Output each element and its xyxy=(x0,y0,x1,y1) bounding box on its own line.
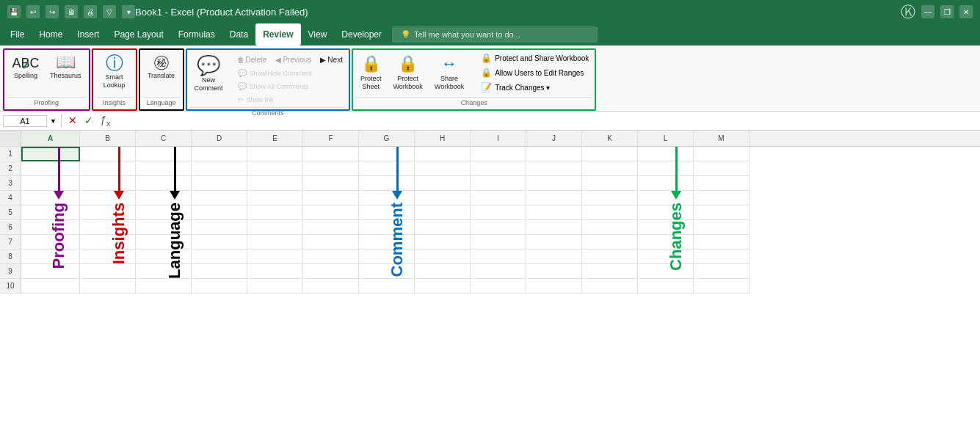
list-item[interactable] xyxy=(21,235,80,249)
insert-function-icon[interactable]: ƒx xyxy=(98,114,113,128)
formula-input[interactable] xyxy=(116,117,977,125)
list-item[interactable] xyxy=(582,220,638,235)
show-ink-button[interactable]: ✏ Show Ink xyxy=(234,93,346,106)
list-item[interactable] xyxy=(582,176,638,191)
menu-page-layout[interactable]: Page Layout xyxy=(106,23,170,45)
list-item[interactable] xyxy=(582,161,638,176)
menu-data[interactable]: Data xyxy=(222,23,255,45)
list-item[interactable] xyxy=(136,279,192,294)
list-item[interactable] xyxy=(471,264,526,279)
list-item[interactable] xyxy=(471,220,526,235)
spelling-button[interactable]: ABC ✓ Spelling xyxy=(7,51,44,83)
list-item[interactable] xyxy=(21,220,80,235)
list-item[interactable] xyxy=(359,147,415,161)
save-icon[interactable]: 💾 xyxy=(7,5,21,18)
list-item[interactable] xyxy=(526,249,582,264)
allow-users-button[interactable]: 🔒 Allow Users to Edit Ranges xyxy=(478,66,592,79)
redo-icon[interactable]: ↪ xyxy=(46,5,59,18)
cancel-formula-icon[interactable]: ✕ xyxy=(66,114,79,126)
share-workbook-button[interactable]: ↔ ShareWorkbook xyxy=(430,51,468,94)
list-item[interactable] xyxy=(192,249,247,264)
list-item[interactable] xyxy=(582,249,638,264)
list-item[interactable] xyxy=(21,161,80,176)
list-item[interactable] xyxy=(21,279,80,294)
list-item[interactable] xyxy=(21,249,80,264)
list-item[interactable] xyxy=(694,191,749,205)
list-item[interactable] xyxy=(136,249,192,264)
list-item[interactable] xyxy=(359,205,415,220)
list-item[interactable] xyxy=(303,161,359,176)
list-item[interactable] xyxy=(471,147,526,161)
list-item[interactable] xyxy=(136,161,192,176)
list-item[interactable] xyxy=(694,161,749,176)
list-item[interactable] xyxy=(415,220,471,235)
col-header-g[interactable]: G xyxy=(359,131,415,146)
list-item[interactable] xyxy=(80,161,136,176)
smart-lookup-button[interactable]: ⓘ SmartLookup xyxy=(96,51,133,92)
list-item[interactable] xyxy=(80,235,136,249)
col-header-j[interactable]: J xyxy=(526,131,582,146)
list-item[interactable] xyxy=(415,235,471,249)
protect-share-workbook-button[interactable]: 🔒 Protect and Share Workbook xyxy=(478,51,592,65)
list-item[interactable] xyxy=(21,191,80,205)
list-item[interactable] xyxy=(582,235,638,249)
col-header-m[interactable]: M xyxy=(694,131,749,146)
col-header-h[interactable]: H xyxy=(415,131,471,146)
list-item[interactable] xyxy=(694,176,749,191)
list-item[interactable] xyxy=(526,220,582,235)
col-header-k[interactable]: K xyxy=(582,131,638,146)
undo-icon[interactable]: ↩ xyxy=(26,5,40,18)
name-box[interactable] xyxy=(3,115,47,127)
restore-icon[interactable]: ❐ xyxy=(940,5,954,18)
col-header-b[interactable]: B xyxy=(80,131,136,146)
list-item[interactable] xyxy=(415,205,471,220)
list-item[interactable] xyxy=(247,279,303,294)
list-item[interactable] xyxy=(303,147,359,161)
list-item[interactable] xyxy=(247,249,303,264)
show-hide-comment-button[interactable]: 💬 Show/Hide Comment xyxy=(234,67,346,79)
list-item[interactable] xyxy=(638,235,694,249)
list-item[interactable] xyxy=(638,220,694,235)
list-item[interactable] xyxy=(192,220,247,235)
col-header-i[interactable]: I xyxy=(471,131,526,146)
list-item[interactable] xyxy=(359,191,415,205)
list-item[interactable] xyxy=(303,279,359,294)
close-icon[interactable]: ✕ xyxy=(959,5,973,18)
list-item[interactable] xyxy=(21,264,80,279)
list-item[interactable] xyxy=(694,220,749,235)
list-item[interactable] xyxy=(638,161,694,176)
list-item[interactable] xyxy=(582,279,638,294)
list-item[interactable] xyxy=(526,161,582,176)
print-icon[interactable]: 🖨 xyxy=(84,5,97,18)
list-item[interactable] xyxy=(80,147,136,161)
col-header-c[interactable]: C xyxy=(136,131,192,146)
list-item[interactable] xyxy=(80,176,136,191)
list-item[interactable] xyxy=(526,279,582,294)
show-all-comments-button[interactable]: 💬 Show All Comments xyxy=(234,80,346,92)
menu-review[interactable]: Review xyxy=(255,23,300,45)
list-item[interactable] xyxy=(21,205,80,220)
list-item[interactable] xyxy=(247,191,303,205)
list-item[interactable] xyxy=(247,147,303,161)
filter-dropdown-icon[interactable]: ▾ xyxy=(122,5,135,18)
list-item[interactable] xyxy=(192,264,247,279)
list-item[interactable] xyxy=(303,235,359,249)
list-item[interactable] xyxy=(80,264,136,279)
protect-sheet-button[interactable]: 🔒 ProtectSheet xyxy=(356,51,386,94)
menu-home[interactable]: Home xyxy=(32,23,70,45)
list-item[interactable] xyxy=(80,205,136,220)
list-item[interactable] xyxy=(694,147,749,161)
list-item[interactable] xyxy=(192,191,247,205)
list-item[interactable] xyxy=(638,279,694,294)
list-item[interactable] xyxy=(303,191,359,205)
list-item[interactable] xyxy=(471,279,526,294)
list-item[interactable] xyxy=(80,249,136,264)
list-item[interactable] xyxy=(638,264,694,279)
list-item[interactable] xyxy=(638,249,694,264)
list-item[interactable] xyxy=(526,191,582,205)
list-item[interactable] xyxy=(192,205,247,220)
list-item[interactable] xyxy=(526,235,582,249)
list-item[interactable] xyxy=(192,147,247,161)
list-item[interactable] xyxy=(192,161,247,176)
list-item[interactable] xyxy=(80,279,136,294)
